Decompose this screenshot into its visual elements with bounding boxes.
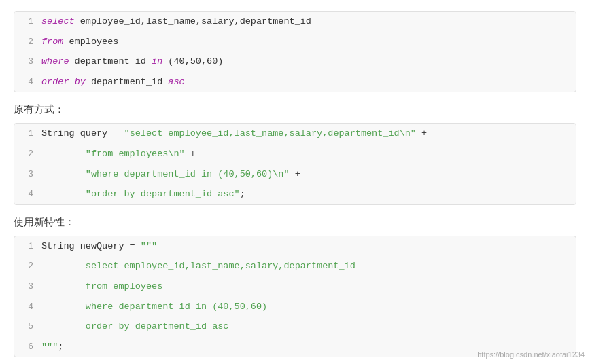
line-number: 1 [14,127,39,140]
line-code: from employees [39,278,168,295]
code-token: """ [41,342,58,352]
code-token: (40,50,60) [162,56,223,67]
code-token: department_id [69,56,152,67]
code-token [41,189,86,199]
code-token [41,169,86,179]
line-code: "where department_id in (40,50,60)\n" + [39,166,306,183]
code-line: 3 "where department_id in (40,50,60)\n" … [14,164,576,185]
line-number: 1 [14,240,39,253]
line-code: "order by department_id asc"; [39,185,251,203]
code-token: + [416,128,427,139]
line-code: "from employees\n" + [39,145,201,163]
code-token: asc [168,77,184,87]
line-number: 5 [14,320,39,333]
code-token [41,149,86,159]
code-line: 2 "from employees\n" + [14,144,576,164]
code-line: 4order by department_id asc [14,72,576,92]
code-token: + [185,149,196,159]
java-code-block-original: 1String query = "select employee_id,last… [14,123,576,204]
line-number: 4 [14,75,39,88]
code-token: employee_id,last_name,salary,department_… [75,16,311,26]
code-token: order by department_id asc [41,321,228,331]
code-token: where department_id in (40,50,60) [41,302,267,312]
line-number: 6 [14,340,39,353]
code-token: department_id [86,77,169,87]
code-line: 5 order by department_id asc [14,316,576,337]
code-token: "where department_id in (40,50,60)\n" [86,169,290,179]
line-code: order by department_id asc [39,318,234,335]
line-code: select employee_id,last_name,salary,depa… [39,257,361,275]
line-number: 2 [14,147,39,160]
code-token: order [41,77,69,87]
java-code-block-new: 1String newQuery = """2 select employee_… [14,236,576,358]
code-token: from [41,37,63,47]
line-number: 3 [14,55,39,68]
code-token [69,77,75,87]
code-token: ; [240,189,245,199]
section-label-original: 原有方式： [14,103,576,116]
code-token: ; [58,342,63,352]
code-line: 4 where department_id in (40,50,60) [14,297,576,317]
code-token: "order by department_id asc" [86,189,240,199]
line-number: 4 [14,300,39,313]
line-number: 3 [14,280,39,293]
line-code: String query = "select employee_id,last_… [39,125,432,143]
line-number: 3 [14,168,39,181]
code-token: """ [141,241,157,251]
line-code: where department_id in (40,50,60) [39,53,228,71]
watermark: https://blog.csdn.net/xiaofai1234 [477,350,585,359]
code-token: in [152,56,162,67]
code-line: 2 select employee_id,last_name,salary,de… [14,256,576,276]
code-token: where [41,56,69,67]
line-code: select employee_id,last_name,salary,depa… [39,13,317,31]
code-token: select [41,16,75,26]
code-line: 1select employee_id,last_name,salary,dep… [14,12,576,32]
line-code: order by department_id asc [39,73,190,91]
code-token: String newQuery = [41,241,141,251]
code-token: "from employees\n" [86,149,185,159]
code-line: 1String newQuery = """ [14,236,576,257]
code-token: + [290,169,300,179]
code-line: 4 "order by department_id asc"; [14,184,576,204]
code-token: from employees [41,281,162,291]
code-token: "select employee_id,last_name,salary,dep… [124,128,416,139]
sql-code-block: 1select employee_id,last_name,salary,dep… [14,11,576,92]
line-number: 2 [14,259,39,272]
line-code: """; [39,338,69,356]
line-number: 2 [14,35,39,48]
line-code: String newQuery = """ [39,238,162,255]
line-number: 1 [14,15,39,28]
line-code: where department_id in (40,50,60) [39,298,273,316]
code-line: 1String query = "select employee_id,last… [14,124,576,144]
line-number: 4 [14,187,39,200]
code-token: String query = [41,128,124,139]
code-token: by [75,77,86,87]
code-line: 3where department_id in (40,50,60) [14,52,576,72]
code-token: select employee_id,last_name,salary,depa… [41,261,355,271]
code-line: 3 from employees [14,276,576,297]
line-code: from employees [39,33,124,51]
code-line: 2from employees [14,32,576,52]
section-label-new: 使用新特性： [14,216,576,229]
code-token: employees [63,37,118,47]
